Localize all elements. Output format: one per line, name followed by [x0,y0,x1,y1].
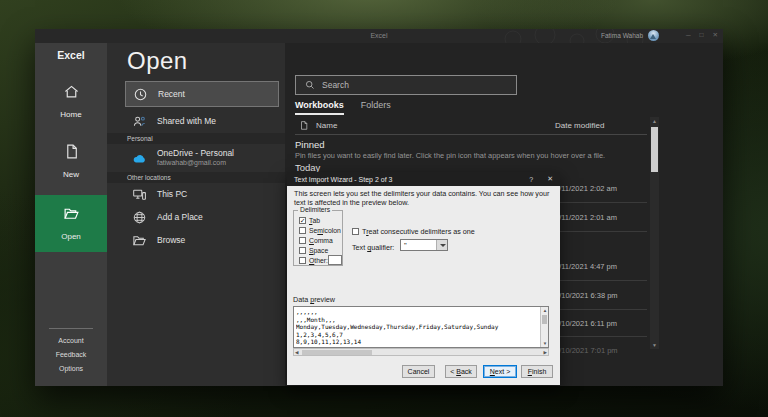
preview-horizontal-scrollbar[interactable]: ◀ ▶ [293,348,549,356]
delimiters-group: Delimiters ✓ Tab Semicolon Comma Space [293,210,343,266]
new-document-icon [63,143,80,160]
section-label-other-locations: Other locations [107,172,285,183]
onedrive-title: OneDrive - Personal [157,148,234,159]
nav-item-this-pc[interactable]: This PC [125,184,279,204]
shared-people-icon [132,114,147,129]
checkbox-label: Space [309,247,328,254]
sidebar-item-options[interactable]: Options [35,365,107,372]
nav-item-browse[interactable]: Browse [125,230,279,250]
minimize-icon[interactable]: ─ [686,31,691,39]
close-icon[interactable]: ✕ [713,31,718,39]
pinned-section-title: Pinned [295,139,325,150]
sidebar-item-new[interactable]: New [35,143,107,181]
checkbox-mark[interactable] [299,237,306,244]
header-divider [295,134,647,135]
document-icon [299,120,309,131]
text-qualifier-label: Text qualifier: [352,243,394,252]
maximize-icon[interactable]: □ [700,31,704,39]
scroll-down-icon[interactable]: ▼ [541,340,549,347]
row-date-modified: 1/11/2021 2:01 am [555,213,617,222]
open-nav-panel: Open Recent Shared with Me Personal [107,43,285,386]
other-delimiter-input[interactable] [328,255,342,265]
checkbox-label: Treat consecutive delimiters as one [362,227,475,236]
back-button[interactable]: < Back [445,365,477,378]
checkbox-tab[interactable]: ✓ Tab [299,217,320,224]
onedrive-cloud-icon [132,151,147,166]
search-input[interactable] [322,80,492,90]
text-import-wizard-dialog: Text Import Wizard - Step 2 of 3 ? ✕ Thi… [287,172,560,385]
sidebar-item-home[interactable]: Home [35,83,107,121]
help-icon[interactable]: ? [529,176,533,183]
sidebar-divider [49,328,93,329]
checkbox-other[interactable]: Other: [299,257,328,264]
nav-item-label: Add a Place [157,212,203,222]
checkbox-treat-consecutive[interactable]: Treat consecutive delimiters as one [352,227,475,236]
text-qualifier-dropdown[interactable]: " [400,239,448,251]
row-date-modified: 1/10/2021 7:01 pm [555,346,618,355]
browse-folder-icon [132,233,147,248]
checkbox-mark[interactable] [352,228,359,235]
row-date-modified: 1/11/2021 2:02 am [555,184,617,193]
delimiters-legend: Delimiters [298,206,332,213]
checkbox-label: Tab [309,217,320,224]
list-tabs: Workbooks Folders [295,100,391,115]
preview-vertical-scrollbar[interactable]: ▲ ▼ [540,307,548,347]
sidebar-item-account[interactable]: Account [35,337,107,344]
sidebar-item-open[interactable]: Open [35,195,107,252]
checkbox-semicolon[interactable]: Semicolon [299,227,341,234]
checkbox-label: Comma [309,237,333,244]
checkbox-label: Other: [309,257,328,264]
column-headers: Name Date modified [295,120,647,133]
desktop-background: Excel Fatima Wahab ─ □ ✕ Excel Home [0,0,768,417]
chevron-down-icon[interactable] [436,240,447,250]
section-label-personal: Personal [107,133,285,144]
sidebar-item-label: Home [60,110,81,119]
excel-backstage-window: Excel Fatima Wahab ─ □ ✕ Excel Home [35,29,723,386]
data-preview-text: ,,,,,, ,,,Month,,, Monday,Tuesday,Wednes… [296,308,539,347]
nav-item-recent[interactable]: Recent [125,81,279,107]
file-list-scrollbar[interactable]: ▲ ▼ [650,117,659,349]
dialog-close-icon[interactable]: ✕ [547,175,553,183]
checkbox-space[interactable]: Space [299,247,328,254]
page-title: Open [127,47,188,75]
scrollbar-thumb[interactable] [302,350,372,355]
scrollbar-thumb[interactable] [651,127,658,172]
checkbox-label: Semicolon [309,227,341,234]
scroll-right-icon[interactable]: ▶ [544,349,547,356]
nav-item-shared-with-me[interactable]: Shared with Me [125,111,279,131]
row-date-modified: 1/11/2021 4:47 pm [555,262,617,271]
tab-workbooks[interactable]: Workbooks [295,100,344,115]
sidebar-item-feedback[interactable]: Feedback [35,351,107,358]
scroll-left-icon[interactable]: ◀ [295,349,298,356]
checkbox-mark[interactable] [299,247,306,254]
home-icon [63,83,80,100]
app-label: Excel [35,49,107,61]
checkbox-comma[interactable]: Comma [299,237,333,244]
next-button[interactable]: Next > [483,365,517,378]
scrollbar-thumb[interactable] [542,315,547,324]
scroll-up-icon[interactable]: ▲ [541,307,549,314]
scroll-down-icon[interactable]: ▼ [650,341,659,349]
text-qualifier-value: " [404,241,407,250]
search-box[interactable] [295,75,517,95]
nav-item-label: OneDrive - Personal fatiwahab@gmail.com [157,148,234,167]
onedrive-email: fatiwahab@gmail.com [157,159,234,168]
tab-folders[interactable]: Folders [361,100,391,115]
nav-item-onedrive[interactable]: OneDrive - Personal fatiwahab@gmail.com [125,145,279,171]
nav-item-label: This PC [157,189,187,199]
column-header-date-modified[interactable]: Date modified [555,121,604,130]
dialog-description: This screen lets you set the delimiters … [294,189,553,208]
open-folder-icon [63,205,80,222]
finish-button[interactable]: Finish [521,365,553,378]
cancel-button[interactable]: Cancel [402,365,435,378]
avatar[interactable] [648,30,659,41]
checkbox-mark[interactable] [299,257,306,264]
scroll-up-icon[interactable]: ▲ [650,117,659,125]
account-area[interactable]: Fatima Wahab [601,30,659,41]
checkbox-mark[interactable]: ✓ [299,217,306,224]
data-preview-label: Data preview [293,295,335,304]
column-header-name[interactable]: Name [316,121,337,130]
clock-icon [133,87,148,102]
checkbox-mark[interactable] [299,227,306,234]
nav-item-add-a-place[interactable]: Add a Place [125,207,279,227]
